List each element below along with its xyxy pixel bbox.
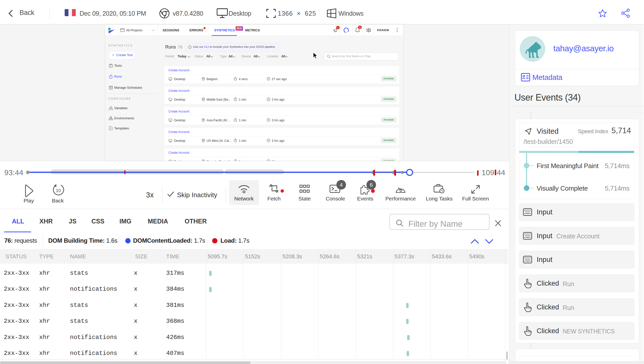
svg-text:10: 10 (56, 188, 61, 193)
